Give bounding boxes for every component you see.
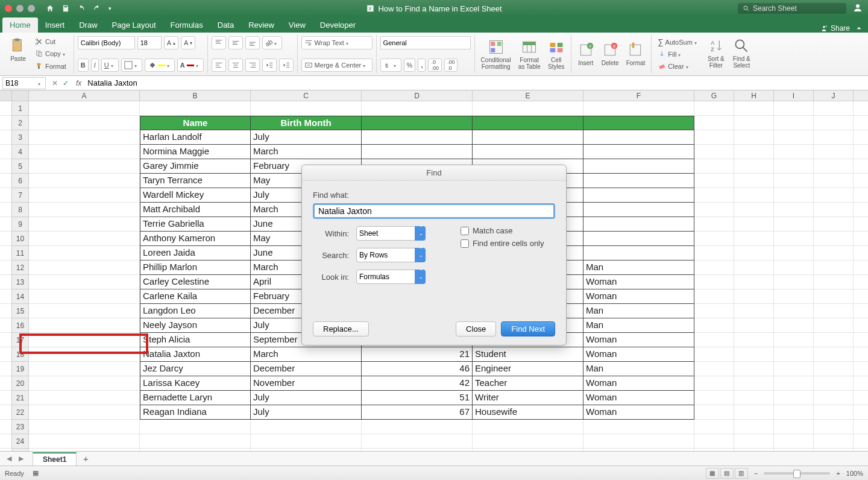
cell-K21[interactable]: [854, 391, 868, 405]
cell-D23[interactable]: [362, 420, 473, 434]
cell-K12[interactable]: [854, 261, 868, 275]
cell-E25[interactable]: [473, 449, 583, 451]
indent-increase-button[interactable]: [279, 58, 294, 72]
cell-G21[interactable]: [694, 391, 734, 405]
cell-I8[interactable]: [774, 203, 814, 217]
cell-G20[interactable]: [694, 376, 734, 391]
cell-A7[interactable]: [29, 188, 140, 203]
cell-H2[interactable]: [734, 116, 774, 130]
cell-K9[interactable]: [854, 217, 868, 232]
tab-insert[interactable]: Insert: [38, 17, 72, 33]
cell-F22[interactable]: Woman: [583, 405, 694, 420]
cell-A10[interactable]: [29, 232, 140, 246]
cell-K13[interactable]: [854, 275, 868, 289]
cell-D21[interactable]: 51: [362, 391, 473, 405]
cell-G12[interactable]: [694, 261, 734, 275]
cell-H8[interactable]: [734, 203, 774, 217]
row-header[interactable]: 21: [12, 391, 29, 405]
cell-F25[interactable]: [583, 449, 694, 451]
home-icon[interactable]: [46, 4, 54, 13]
increase-font-button[interactable]: A▴: [164, 36, 178, 49]
cell-A21[interactable]: [29, 391, 140, 405]
cell-J22[interactable]: [814, 405, 854, 420]
cell-B19[interactable]: Jez Darcy: [140, 362, 251, 376]
cell-H21[interactable]: [734, 391, 774, 405]
row-header[interactable]: 23: [12, 420, 29, 434]
cell-A13[interactable]: [29, 275, 140, 289]
row-header[interactable]: 18: [12, 347, 29, 362]
cell-A20[interactable]: [29, 376, 140, 391]
qat-dropdown[interactable]: ▾: [108, 5, 112, 11]
row-header[interactable]: 22: [12, 405, 29, 420]
cell-F1[interactable]: [583, 101, 694, 116]
worksheet[interactable]: ABCDEFGHIJKLM12NameBirth Month3Harlan La…: [0, 90, 868, 451]
cell-J25[interactable]: [814, 449, 854, 451]
cell-E18[interactable]: Student: [473, 347, 583, 362]
cell-K25[interactable]: [854, 449, 868, 451]
cell-I19[interactable]: [774, 362, 814, 376]
cell-K19[interactable]: [854, 362, 868, 376]
fill-button[interactable]: Fill: [655, 49, 702, 60]
cell-K5[interactable]: [854, 159, 868, 174]
cell-J23[interactable]: [814, 420, 854, 434]
col-header-F[interactable]: F: [583, 90, 694, 101]
cell-styles-button[interactable]: Cell Styles: [546, 37, 567, 71]
fill-color-button[interactable]: [145, 58, 175, 72]
merge-center-button[interactable]: Merge & Center: [301, 58, 373, 72]
cell-K23[interactable]: [854, 420, 868, 434]
cell-B12[interactable]: Phillip Marlon: [140, 261, 251, 275]
cell-G16[interactable]: [694, 318, 734, 333]
cell-F18[interactable]: Woman: [583, 347, 694, 362]
cell-K6[interactable]: [854, 174, 868, 188]
cell-J20[interactable]: [814, 376, 854, 391]
cell-C3[interactable]: July: [251, 130, 362, 145]
decrease-font-button[interactable]: A▾: [181, 36, 195, 49]
cell-G6[interactable]: [694, 174, 734, 188]
cell-E24[interactable]: [473, 434, 583, 449]
cell-B6[interactable]: Taryn Terrance: [140, 174, 251, 188]
tab-view[interactable]: View: [281, 17, 313, 33]
col-header-E[interactable]: E: [473, 90, 583, 101]
number-format-select[interactable]: [380, 36, 471, 49]
cell-F13[interactable]: Woman: [583, 275, 694, 289]
cell-F2[interactable]: [583, 116, 694, 130]
cell-D22[interactable]: 67: [362, 405, 473, 420]
cell-F16[interactable]: Man: [583, 318, 694, 333]
cell-H18[interactable]: [734, 347, 774, 362]
formula-input[interactable]: [85, 78, 868, 87]
cell-E21[interactable]: Writer: [473, 391, 583, 405]
cell-K4[interactable]: [854, 145, 868, 159]
cell-G19[interactable]: [694, 362, 734, 376]
cell-F11[interactable]: [583, 246, 694, 261]
maximize-window[interactable]: [28, 5, 35, 12]
cell-G24[interactable]: [694, 434, 734, 449]
cell-I12[interactable]: [774, 261, 814, 275]
sheet-nav-prev[interactable]: ◀: [4, 455, 14, 463]
page-break-view-button[interactable]: ▥: [735, 468, 748, 479]
cell-G15[interactable]: [694, 304, 734, 318]
cell-E19[interactable]: Engineer: [473, 362, 583, 376]
increase-decimal-button[interactable]: .0.00: [428, 58, 442, 72]
cell-C1[interactable]: [251, 101, 362, 116]
user-avatar[interactable]: [852, 2, 863, 15]
entire-cells-checkbox[interactable]: Find entire cells only: [461, 239, 544, 248]
row-header[interactable]: 1: [12, 101, 29, 116]
cell-G11[interactable]: [694, 246, 734, 261]
normal-view-button[interactable]: ▦: [706, 468, 719, 479]
cell-G25[interactable]: [694, 449, 734, 451]
zoom-level[interactable]: 100%: [846, 470, 863, 477]
cell-K1[interactable]: [854, 101, 868, 116]
cell-A9[interactable]: [29, 217, 140, 232]
cell-H9[interactable]: [734, 217, 774, 232]
cell-B16[interactable]: Neely Jayson: [140, 318, 251, 333]
cell-E4[interactable]: [473, 145, 583, 159]
cell-C18[interactable]: March: [251, 347, 362, 362]
cell-I11[interactable]: [774, 246, 814, 261]
share-button[interactable]: + Share: [820, 24, 850, 33]
match-case-checkbox[interactable]: Match case: [461, 226, 544, 235]
cell-F12[interactable]: Man: [583, 261, 694, 275]
cell-A8[interactable]: [29, 203, 140, 217]
cell-A23[interactable]: [29, 420, 140, 434]
cell-B20[interactable]: Larissa Kacey: [140, 376, 251, 391]
cell-C25[interactable]: [251, 449, 362, 451]
